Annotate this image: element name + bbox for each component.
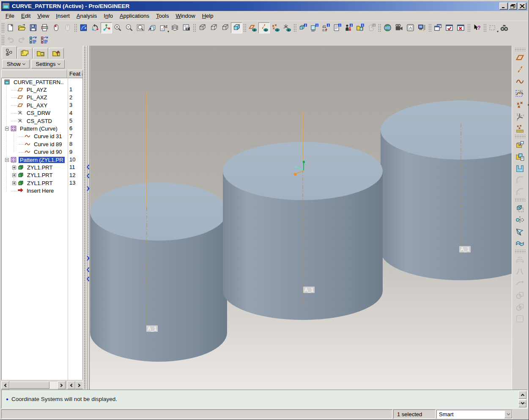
sketch-tool-button[interactable]	[514, 87, 526, 99]
context-help-button[interactable]: ?	[471, 22, 482, 33]
tree-item-label[interactable]: Pattern (ZYL1.PR	[19, 157, 65, 163]
refit-button[interactable]	[135, 22, 146, 33]
selection-filter-box-button[interactable]: ▾	[487, 22, 499, 33]
tree-item-label[interactable]: PL_AYZ	[25, 87, 48, 93]
activate-window-button[interactable]	[444, 22, 455, 33]
tree-expander[interactable]	[12, 166, 16, 169]
feat-column-header[interactable]: Feat #	[67, 70, 83, 78]
scroll-left-button[interactable]	[1, 381, 9, 389]
dimension-info-button[interactable]: d10.0	[320, 22, 332, 33]
tree-item-label[interactable]: ZYL1.PRT	[26, 172, 54, 178]
chevron-down-icon[interactable]	[504, 410, 512, 418]
tree-expander[interactable]	[12, 181, 16, 185]
datum-points-toggle-button[interactable]	[270, 22, 281, 33]
axis-label[interactable]: A_1	[459, 246, 471, 252]
tree-item-label[interactable]: ZYL1.PRT	[26, 180, 54, 186]
tree-horizontal-scrollbar[interactable]	[1, 381, 66, 389]
report-info-button[interactable]	[332, 22, 343, 33]
csys-tool-button[interactable]: yzx	[514, 111, 526, 123]
tree-item-label[interactable]: Pattern (Curve)	[19, 125, 59, 132]
cylinder-left[interactable]	[90, 183, 227, 362]
tree-name-column-header[interactable]	[1, 70, 67, 78]
key-shortcut-button[interactable]: A	[405, 22, 416, 33]
tree-item[interactable]: CS_DRW4	[2, 109, 82, 117]
trim-tool-button[interactable]	[514, 226, 526, 237]
settings-dropdown[interactable]: Settings	[31, 60, 65, 68]
tree-item-label[interactable]: Insert Here	[25, 188, 55, 194]
menu-edit[interactable]: Edit	[18, 11, 34, 20]
axis-label[interactable]: A_1	[146, 325, 158, 332]
boundary-blend-tool-button[interactable]	[514, 150, 526, 162]
style-tool-button[interactable]	[514, 162, 526, 174]
tree-item[interactable]: PL_AYZ1	[2, 86, 82, 93]
print-preview-button[interactable]	[50, 22, 62, 33]
find-button[interactable]	[499, 22, 510, 33]
menu-info[interactable]: Info	[100, 11, 116, 20]
tab-model-tree[interactable]	[2, 46, 17, 59]
orient-mode-button[interactable]	[89, 22, 101, 33]
extrude-tool-button[interactable]	[514, 139, 526, 150]
tree-item[interactable]: Pattern (Curve)6	[2, 125, 82, 132]
annotations-button[interactable]: AB▾	[158, 22, 169, 33]
cylinder-right[interactable]	[381, 101, 512, 280]
tree-item[interactable]: ZYL1.PRT13	[2, 179, 82, 187]
tree-item[interactable]: CS_ASTD5	[2, 117, 82, 125]
close-button[interactable]	[518, 3, 526, 10]
tree-item[interactable]: ZYL1.PRT12	[2, 172, 82, 179]
message-scrollbar[interactable]	[518, 391, 526, 407]
close-window-button[interactable]	[455, 22, 466, 33]
shaded-button[interactable]	[231, 22, 242, 33]
tree-expander[interactable]	[5, 158, 9, 162]
new-window-button[interactable]	[432, 22, 444, 33]
layers-button[interactable]	[169, 22, 181, 33]
show-dropdown[interactable]: Show	[2, 60, 30, 68]
scroll-right-button[interactable]	[75, 381, 83, 389]
folder-info-button[interactable]	[354, 22, 366, 33]
scroll-right-button[interactable]	[58, 381, 66, 389]
web-browser-button[interactable]	[382, 22, 393, 33]
tree-item[interactable]: ZYL1.PRT11	[2, 164, 82, 171]
feat-column-scrollbar[interactable]	[67, 381, 82, 389]
scroll-left-button[interactable]	[67, 381, 75, 389]
axis-label[interactable]: A_1	[303, 286, 315, 293]
print-button[interactable]	[39, 22, 50, 33]
merge-tool-button[interactable]	[514, 237, 526, 249]
tree-expander[interactable]	[12, 173, 16, 177]
tree-item-label[interactable]: Curve id 31	[33, 133, 63, 139]
spin-center-button[interactable]	[101, 22, 112, 33]
tab-favorites[interactable]	[33, 48, 48, 59]
tree-item-label[interactable]: PL_AXZ	[25, 94, 48, 101]
tree-item[interactable]: Curve id 317	[2, 133, 82, 140]
tree-item[interactable]: CURVE_PATTERN..	[2, 78, 82, 86]
user-info-button[interactable]	[343, 22, 354, 33]
tree-item-label[interactable]: CURVE_PATTERN..	[12, 79, 65, 85]
camera-button[interactable]	[393, 22, 405, 33]
tree-item-label[interactable]: CS_DRW	[25, 110, 52, 116]
tree-item-label[interactable]: Curve id 90	[33, 149, 63, 155]
tree-item-label[interactable]: PL_AXY	[25, 102, 49, 109]
tree-expander[interactable]	[5, 127, 9, 131]
copy-tool-button[interactable]	[514, 202, 526, 214]
repaint-button[interactable]	[78, 22, 89, 33]
tree-item[interactable]: PL_AXY3	[2, 101, 82, 109]
regenerate-button[interactable]	[27, 35, 39, 46]
restore-button[interactable]	[509, 3, 517, 10]
model-info-button[interactable]	[297, 22, 309, 33]
menu-view[interactable]: View	[34, 11, 52, 20]
curve-tool-button[interactable]	[514, 75, 526, 87]
saved-views-button[interactable]	[146, 22, 158, 33]
menu-applications[interactable]: Applications	[116, 11, 153, 20]
feature-info-button[interactable]	[309, 22, 320, 33]
scroll-up-button[interactable]	[518, 391, 526, 399]
graphics-area[interactable]: A_1 A_1 A_1	[90, 46, 512, 390]
wireframe-button[interactable]	[197, 22, 208, 33]
save-button[interactable]	[27, 22, 39, 33]
datum-axes-toggle-button[interactable]	[258, 22, 270, 33]
mirror-tool-button[interactable]	[514, 214, 526, 226]
tree-item[interactable]: Curve id 898	[2, 140, 82, 148]
system-config-button[interactable]	[416, 22, 428, 33]
regen-manager-button[interactable]	[39, 35, 50, 46]
open-file-button[interactable]	[16, 22, 27, 33]
menu-window[interactable]: Window	[172, 11, 198, 20]
datum-plane-tool-button[interactable]	[514, 52, 526, 63]
